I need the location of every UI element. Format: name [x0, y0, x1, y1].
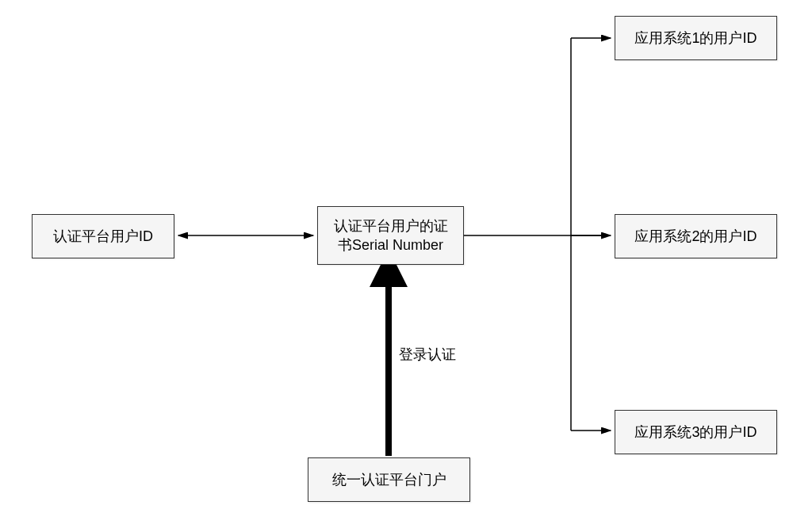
box-app-system-1-user-id: 应用系统1的用户ID	[615, 16, 777, 60]
box-label: 应用系统1的用户ID	[634, 29, 757, 48]
box-unified-auth-portal: 统一认证平台门户	[308, 457, 470, 502]
box-label: 认证平台用户的证 书Serial Number	[334, 216, 448, 255]
box-auth-platform-user-id: 认证平台用户ID	[32, 214, 174, 258]
box-app-system-2-user-id: 应用系统2的用户ID	[615, 214, 777, 258]
box-label: 应用系统2的用户ID	[634, 227, 757, 246]
box-cert-serial-number: 认证平台用户的证 书Serial Number	[317, 206, 464, 265]
box-label: 应用系统3的用户ID	[634, 423, 757, 442]
box-label: 统一认证平台门户	[332, 470, 446, 489]
label-text: 登录认证	[399, 346, 456, 362]
box-label: 认证平台用户ID	[53, 227, 153, 246]
box-app-system-3-user-id: 应用系统3的用户ID	[615, 410, 777, 454]
label-login-auth: 登录认证	[399, 345, 456, 364]
